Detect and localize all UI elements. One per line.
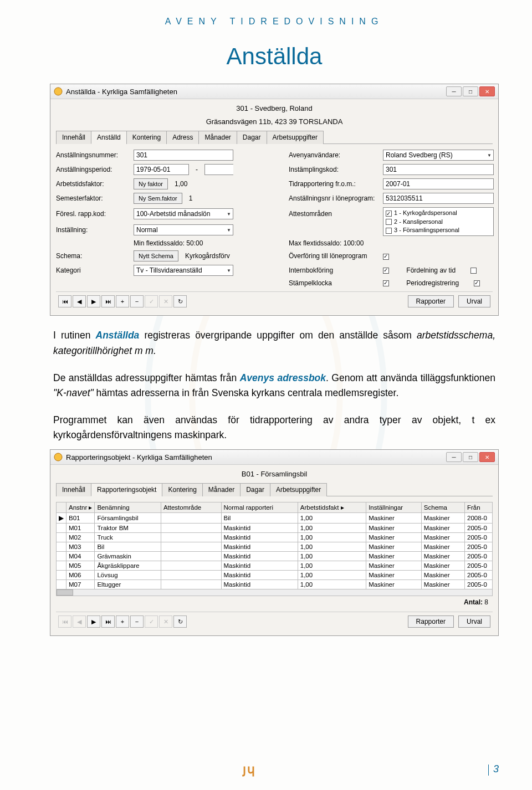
col-fran[interactable]: Från	[465, 502, 493, 513]
table-row[interactable]: M01Traktor BMMaskintid1,00MaskinerMaskin…	[57, 524, 493, 533]
table-cell[interactable]: 1,00	[298, 580, 366, 589]
table-cell[interactable]: Maskiner	[421, 561, 464, 571]
nav-refresh[interactable]: ↻	[173, 615, 187, 628]
table-cell[interactable]: M03	[66, 542, 95, 552]
nav-prev[interactable]: ◀	[73, 295, 86, 307]
check-periodreg[interactable]	[474, 280, 480, 286]
nav-last[interactable]: ⏭	[101, 295, 115, 307]
table-cell[interactable]: Maskiner	[366, 580, 422, 589]
input-avenyanv[interactable]	[383, 150, 494, 161]
table-cell[interactable]: Församlingsbil	[95, 513, 161, 524]
nav-next[interactable]: ▶	[87, 615, 100, 628]
table-cell[interactable]: M04	[66, 552, 95, 561]
btn-nytt-schema[interactable]: Nytt Schema	[134, 250, 178, 261]
input-anstlone[interactable]	[383, 193, 494, 204]
tab2-manader[interactable]: Månader	[202, 483, 241, 496]
btn-rapporter-2[interactable]: Rapporter	[408, 615, 454, 628]
table-cell[interactable]: 2005-0	[465, 552, 493, 561]
table-cell[interactable]: M05	[66, 561, 95, 571]
table-cell[interactable]: Maskintid	[221, 561, 298, 571]
col-benamning[interactable]: Benämning	[95, 502, 161, 513]
checklist-attest[interactable]: 1 - Kyrkogårdspersonal 2 - Kanslipersona…	[383, 207, 494, 236]
check-icon[interactable]	[386, 228, 392, 234]
table-cell[interactable]: 2008-0	[465, 513, 493, 524]
btn-urval-2[interactable]: Urval	[458, 615, 490, 628]
input-instampl[interactable]	[383, 164, 494, 175]
table-cell[interactable]: 2005-0	[465, 571, 493, 580]
tab-anstalld[interactable]: Anställd	[91, 131, 127, 144]
table-cell[interactable]: M02	[66, 533, 95, 542]
table-cell[interactable]: Maskintid	[221, 580, 298, 589]
nav-add[interactable]: +	[116, 615, 129, 628]
table-cell[interactable]: Maskiner	[421, 542, 464, 552]
table-cell[interactable]: 1,00	[298, 542, 366, 552]
check-overforing[interactable]	[383, 254, 389, 260]
table-cell[interactable]	[161, 533, 221, 542]
table-cell[interactable]: Grävmaskin	[95, 552, 161, 561]
table-cell[interactable]: Maskiner	[421, 571, 464, 580]
table-cell[interactable]: 1,00	[298, 524, 366, 533]
nav-last[interactable]: ⏭	[101, 615, 115, 628]
nav-first[interactable]: ⏮	[58, 295, 71, 307]
tab2-innehall[interactable]: Innehåll	[56, 483, 91, 496]
table-cell[interactable]: Bil	[95, 542, 161, 552]
col-arbfakt[interactable]: Arbetstidsfakt ▸	[298, 502, 366, 513]
table-cell[interactable]: Maskiner	[366, 542, 422, 552]
table-cell[interactable]	[161, 571, 221, 580]
table-cell[interactable]: Maskiner	[366, 571, 422, 580]
nav-next[interactable]: ▶	[87, 295, 100, 307]
table-row[interactable]: M02TruckMaskintid1,00MaskinerMaskiner200…	[57, 533, 493, 542]
nav-add[interactable]: +	[116, 295, 129, 307]
table-cell[interactable]: Maskiner	[421, 513, 464, 524]
table-cell[interactable]: B01	[66, 513, 95, 524]
check-icon[interactable]	[386, 211, 392, 217]
table-cell[interactable]: Åkgräsklippare	[95, 561, 161, 571]
table-cell[interactable]: 2005-0	[465, 524, 493, 533]
table-cell[interactable]: Maskiner	[421, 552, 464, 561]
table-cell[interactable]: 2005-0	[465, 561, 493, 571]
tab-adress[interactable]: Adress	[166, 131, 199, 144]
data-table[interactable]: Anstnr ▸ Benämning Attestområde Normal r…	[56, 502, 493, 589]
tab-dagar[interactable]: Dagar	[237, 131, 267, 144]
table-cell[interactable]: Maskiner	[366, 513, 422, 524]
table-cell[interactable]: 1,00	[298, 552, 366, 561]
input-anstnr[interactable]	[134, 150, 233, 161]
tab-innehall[interactable]: Innehåll	[56, 131, 91, 144]
table-cell[interactable]: M07	[66, 580, 95, 589]
scroll-thumb[interactable]	[57, 589, 73, 596]
col-install[interactable]: Inställningar	[366, 502, 422, 513]
input-foresl[interactable]	[134, 208, 233, 219]
table-cell[interactable]: Maskiner	[366, 552, 422, 561]
col-schema[interactable]: Schema	[421, 502, 464, 513]
btn-rapporter[interactable]: Rapporter	[408, 295, 454, 307]
tab-manader[interactable]: Månader	[198, 131, 237, 144]
table-cell[interactable]: Maskintid	[221, 571, 298, 580]
table-row[interactable]: M05ÅkgräsklippareMaskintid1,00MaskinerMa…	[57, 561, 493, 571]
table-cell[interactable]	[161, 542, 221, 552]
tab2-arbetsuppgifter[interactable]: Arbetsuppgifter	[270, 483, 327, 496]
table-row[interactable]: M06LövsugMaskintid1,00MaskinerMaskiner20…	[57, 571, 493, 580]
table-cell[interactable]	[161, 552, 221, 561]
table-cell[interactable]: 1,00	[298, 533, 366, 542]
table-cell[interactable]: Traktor BM	[95, 524, 161, 533]
table-cell[interactable]: M06	[66, 571, 95, 580]
tab2-rapporteringsobjekt[interactable]: Rapporteringsobjekt	[91, 483, 162, 496]
col-attest[interactable]: Attestområde	[161, 502, 221, 513]
table-cell[interactable]: Truck	[95, 533, 161, 542]
table-cell[interactable]: 1,00	[298, 571, 366, 580]
col-normal[interactable]: Normal rapporteri	[221, 502, 298, 513]
minimize-button[interactable]: ─	[446, 452, 462, 462]
nav-remove[interactable]: −	[130, 295, 144, 307]
table-cell[interactable]: Maskiner	[421, 533, 464, 542]
table-cell[interactable]: Lövsug	[95, 571, 161, 580]
titlebar-2[interactable]: Rapporteringsobjekt - Kyrkliga Samfällig…	[50, 450, 498, 465]
table-cell[interactable]: 2005-0	[465, 533, 493, 542]
table-cell[interactable]: Maskintid	[221, 542, 298, 552]
table-cell[interactable]: Maskintid	[221, 533, 298, 542]
table-cell[interactable]	[161, 524, 221, 533]
horizontal-scrollbar[interactable]	[56, 589, 493, 596]
input-kategori[interactable]	[134, 265, 233, 276]
tab-arbetsuppgifter[interactable]: Arbetsuppgifter	[267, 131, 324, 144]
table-cell[interactable]: Maskintid	[221, 524, 298, 533]
tab2-dagar[interactable]: Dagar	[240, 483, 270, 496]
